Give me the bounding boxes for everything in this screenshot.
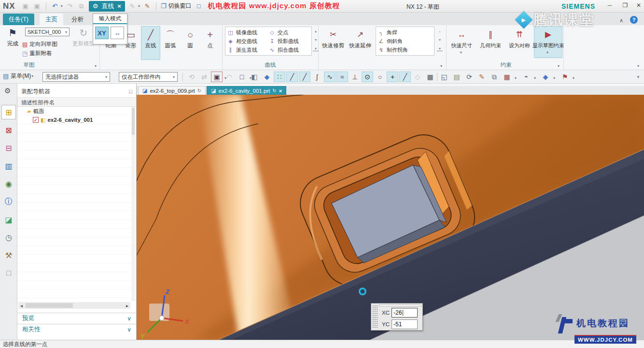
trim-tool-button[interactable]: ↗ 快速延伸 — [348, 26, 373, 60]
curve-gallery-item[interactable]: ∿ 拟合曲线 — [269, 45, 311, 54]
toolbar-snap-icon[interactable]: + — [387, 72, 398, 82]
chevron-down-icon[interactable]: ▾ — [558, 64, 560, 68]
constraint-tool-button[interactable]: ↔ 快速尺寸 ▾ — [448, 26, 476, 58]
resource-bar-icon[interactable]: ◉ — [1, 176, 16, 191]
resource-bar-icon[interactable]: ⚒ — [1, 248, 16, 262]
chevron-down-icon[interactable]: ▾ — [534, 76, 536, 80]
scrollbar-thumb[interactable] — [132, 108, 135, 135]
scroll-left-icon[interactable]: ◂ — [18, 303, 25, 308]
dimension-input-mode-button[interactable]: ↔ — [111, 27, 124, 39]
node-label[interactable]: ex2-6_cavity_001 — [47, 117, 93, 123]
chevron-down-icon[interactable]: ▾ — [553, 76, 555, 80]
window-icon[interactable]: □ — [195, 2, 203, 10]
constraint-tool-button[interactable]: ▶ 显示草图约束 ▾ — [534, 26, 562, 58]
chevron-down-icon[interactable]: ▾ — [637, 64, 639, 68]
horizontal-scrollbar[interactable]: ◂ ▸ — [18, 302, 130, 309]
toolbar-snap-icon[interactable]: ≈ — [336, 72, 348, 82]
chevron-down-icon[interactable]: ▾ — [460, 50, 462, 55]
constraint-tool-button[interactable]: ∥ 几何约束 — [476, 26, 505, 58]
toolbar-view-icon[interactable]: ◆ ▾ — [540, 72, 551, 82]
resource-bar-icon[interactable]: ⊞ — [1, 105, 16, 119]
curve-gallery-item[interactable]: ◈ 相交曲线 — [227, 37, 269, 45]
toolbar-snap-icon[interactable]: ∫ — [311, 72, 323, 82]
draw-tool-button[interactable]: ○ 圆 — [181, 26, 200, 60]
scrollbar-thumb[interactable] — [26, 303, 73, 308]
corner-gallery-item[interactable]: ╮ 角焊 — [378, 28, 432, 37]
ribbon-tab[interactable]: 分析 — [66, 14, 89, 25]
navigator-section-header[interactable]: 预览 ∨ — [17, 313, 136, 323]
clipboard-icon[interactable]: ⧉ — [77, 2, 86, 10]
toolbar-view-icon[interactable]: ▦ ▾ — [501, 72, 513, 82]
toolbar-snap-icon[interactable]: ◆ — [261, 72, 273, 82]
undo-dropdown-caret[interactable]: ▾ — [61, 4, 63, 8]
document-tab[interactable]: ◪ ex2-6_top_009.prt ↻ — [138, 86, 206, 95]
command-close-icon[interactable]: × — [117, 2, 121, 10]
navigator-tree[interactable]: ▰ 截面 ✓ ◧ ex2-6_cavity_001 — [17, 107, 131, 301]
sketch-name-combo[interactable]: SKETCH_000 ▾ — [25, 28, 70, 36]
redo-icon[interactable]: ↷ — [66, 2, 74, 10]
minimize-button[interactable]: ─ — [604, 2, 615, 9]
orient-to-sketch-button[interactable]: ▤ 定向到草图 — [22, 41, 57, 48]
toolbar-snap-icon[interactable]: ∿ — [324, 72, 336, 82]
toolbar-snap-icon[interactable]: ◧ — [249, 72, 260, 82]
toolbar-snap-icon[interactable]: ◠ — [224, 72, 235, 82]
curve-gallery-item[interactable]: ∥ 派生直线 — [227, 45, 269, 54]
node-label[interactable]: 截面 — [33, 108, 44, 115]
save-icon[interactable]: ▣ — [21, 2, 30, 10]
resource-bar-icon[interactable]: ⊟ — [1, 141, 16, 155]
curve-gallery-item[interactable]: ↧ 投影曲线 — [269, 37, 311, 45]
gallery-more-icon[interactable]: ▾ — [437, 46, 443, 51]
corner-gallery-item[interactable]: ↯ 制作拐角 — [378, 45, 432, 54]
toolbar-snap-icon[interactable]: ⟲ — [186, 72, 197, 82]
draw-tool-button[interactable]: ⌒ 圆弧 — [161, 26, 180, 60]
gear-icon[interactable]: ⚙ — [4, 87, 11, 95]
document-tab[interactable]: ◪ ex2-6_cavity_001.prt ↻ × — [207, 86, 286, 95]
tree-row[interactable]: ✓ ◧ ex2-6_cavity_001 — [17, 116, 131, 124]
toolbar-view-icon[interactable]: ⧉ — [489, 72, 500, 82]
curve-gallery-item[interactable]: ◇ 交点 — [269, 28, 311, 37]
trim-tool-button[interactable]: ✂ 快速修剪 — [321, 26, 346, 60]
gallery-more-icon[interactable]: ▾ — [313, 46, 319, 51]
chevron-down-icon[interactable]: ∨ — [127, 315, 131, 322]
chevron-down-icon[interactable]: ▾ — [515, 76, 517, 80]
resource-bar-icon[interactable]: ◪ — [1, 212, 16, 227]
chevron-down-icon[interactable]: ▾ — [546, 50, 548, 55]
gallery-up-icon[interactable]: ▴ — [313, 29, 319, 33]
toolbar-view-icon[interactable]: ⚑ ▾ — [559, 72, 571, 82]
close-button[interactable]: ✕ — [633, 2, 644, 9]
finish-sketch-button[interactable]: ⚑ 完成 — [2, 26, 23, 48]
toolbar-view-icon[interactable]: ◱ — [438, 72, 450, 82]
draw-tool-button[interactable]: + 点 — [200, 26, 220, 60]
gallery-down-icon[interactable]: ▾ — [313, 38, 319, 42]
toolbar-snap-icon[interactable]: ⊥ — [349, 72, 361, 82]
toolbar-overflow-button[interactable]: ▾ — [632, 72, 644, 82]
resource-bar-icon[interactable]: □ — [1, 266, 16, 280]
toolbar-snap-icon[interactable]: □ ▾ — [236, 72, 248, 82]
drag-handle[interactable] — [372, 305, 378, 329]
chevron-down-icon[interactable]: ∨ — [127, 326, 131, 333]
toolbar-snap-icon[interactable]: ○ — [374, 72, 386, 82]
undo-icon[interactable]: ↶ — [51, 2, 59, 10]
resource-bar-icon[interactable]: ◷ — [1, 230, 16, 245]
resource-bar-icon[interactable]: ⊠ — [1, 123, 16, 137]
constraint-tool-button[interactable]: ⇈ 设为对称 — [505, 26, 534, 58]
toolbar-view-icon[interactable]: ▤ — [451, 72, 462, 82]
toolbar-view-icon[interactable]: ◓ ▾ — [520, 72, 532, 82]
checkbox-checked-icon[interactable]: ✓ — [33, 117, 39, 123]
scroll-right-icon[interactable]: ▸ — [124, 303, 130, 308]
pencil-icon[interactable]: ✎ — [128, 2, 137, 10]
toolbar-view-icon[interactable]: ✎ — [476, 72, 488, 82]
toolbar-snap-icon[interactable]: ╱ — [299, 72, 310, 82]
close-tab-icon[interactable]: × — [279, 88, 282, 94]
chevron-down-icon[interactable]: ▾ — [573, 76, 574, 80]
resource-bar-icon[interactable]: ▥ — [1, 159, 16, 173]
toolbar-snap-icon[interactable]: ⇄ — [198, 72, 210, 82]
ribbon-tab[interactable]: 任务(T) — [3, 14, 34, 25]
save-as-icon[interactable]: ▣ — [33, 2, 42, 10]
curve-gallery-item[interactable]: ◫ 镜像曲线 — [227, 28, 269, 37]
switch-window-button[interactable]: ❐ 切换窗口 — [161, 2, 192, 10]
update-model-button[interactable]: ↻ 更新模型 — [71, 26, 96, 48]
pencil-dropdown-caret[interactable]: ▾ — [138, 4, 140, 8]
resource-bar-icon[interactable]: ⓘ — [1, 194, 16, 209]
toolbar-snap-icon[interactable]: ╱ — [399, 72, 411, 82]
